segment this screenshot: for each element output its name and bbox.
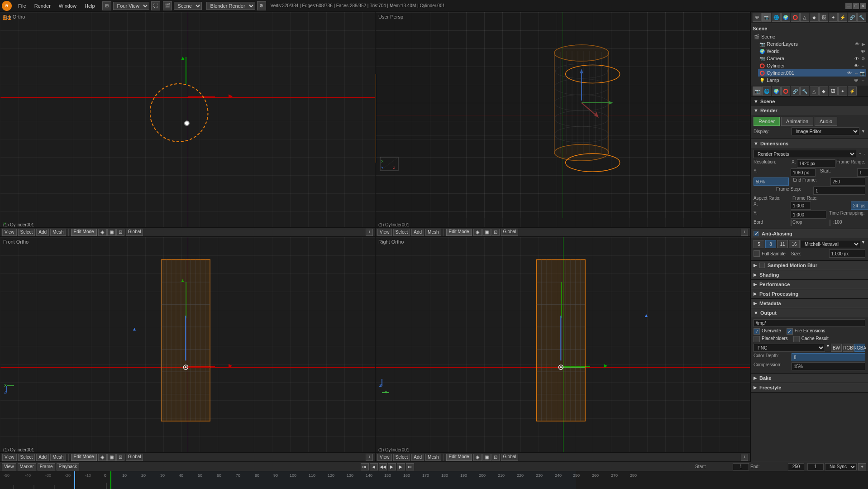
current-frame-field[interactable] xyxy=(807,463,824,470)
aa-header[interactable]: ✓ Anti-Aliasing xyxy=(751,229,868,238)
rp-world-icon[interactable]: 🌍 xyxy=(781,13,790,22)
global-br[interactable]: Global xyxy=(501,454,519,461)
texture-props-icon[interactable]: 🖼 xyxy=(829,86,838,96)
rp-constraints-icon[interactable]: 🔗 xyxy=(848,13,857,22)
audio-button[interactable]: Audio xyxy=(815,117,837,126)
physics-props-icon[interactable]: ⚡ xyxy=(848,86,857,96)
tl-view-btn[interactable]: View xyxy=(2,463,16,470)
particles-props-icon[interactable]: ✦ xyxy=(838,86,847,96)
bw-btn[interactable]: BW xyxy=(831,344,842,352)
draw-mode-btn-tr[interactable]: ◉ xyxy=(473,229,482,236)
fullscreen-icon[interactable]: ⛶ xyxy=(151,1,160,10)
render-props-icon[interactable]: 📷 xyxy=(753,86,762,96)
format-dropdown[interactable]: ▼ xyxy=(826,344,830,352)
add-btn-tr[interactable]: Add xyxy=(411,229,424,236)
eye-renderlayers[interactable]: 👁 xyxy=(855,42,859,47)
cache-result-checkbox[interactable] xyxy=(793,336,800,342)
metadata-expand[interactable]: ▶ xyxy=(754,301,757,306)
eye-camera[interactable]: 👁 xyxy=(854,56,859,61)
mode-br[interactable]: Edit Mode xyxy=(446,454,472,461)
viewport-top-left[interactable]: ▲ ▶ Y Top Ortho ⊞1 (1) Cylinder001 View … xyxy=(0,12,375,237)
scene-icon[interactable]: 🎬 xyxy=(163,1,172,10)
full-sample-checkbox[interactable] xyxy=(754,250,760,257)
render-section-header[interactable]: ▼ Render xyxy=(751,106,868,115)
mesh-btn-tr[interactable]: Mesh xyxy=(425,229,441,236)
engine-settings-icon[interactable]: ⚙ xyxy=(257,1,266,10)
scene-section-header[interactable]: ▼ Scene xyxy=(751,97,868,106)
freestyle-header[interactable]: ▶ Freestyle xyxy=(751,383,868,392)
draw-mode-btn-br[interactable]: ◉ xyxy=(473,454,482,461)
draw-mode-btn-bl[interactable]: ◉ xyxy=(98,454,107,461)
view-btn-tl[interactable]: View xyxy=(2,229,17,236)
rgb-btn[interactable]: RGB xyxy=(843,344,854,352)
color-depth-input[interactable] xyxy=(792,353,865,361)
aa-8[interactable]: 8 xyxy=(765,240,776,248)
output-header[interactable]: ▼ Output xyxy=(751,308,868,317)
menu-render[interactable]: Render xyxy=(31,2,54,10)
rp-texture-icon[interactable]: 🖼 xyxy=(819,13,828,22)
material-props-icon[interactable]: ◆ xyxy=(819,86,828,96)
menu-window[interactable]: Window xyxy=(55,2,80,10)
skip-end-btn[interactable]: ⏭ xyxy=(406,463,414,470)
eye-cylinder[interactable]: 👁 xyxy=(854,63,858,68)
mesh-btn-bl[interactable]: Mesh xyxy=(50,454,66,461)
performance-header[interactable]: ▶ Performance xyxy=(751,280,868,289)
resolution-pct[interactable] xyxy=(754,177,789,186)
tree-item-world[interactable]: 🌍 World 👁 xyxy=(758,48,866,55)
solid-btn[interactable]: ▣ xyxy=(107,229,116,236)
constraints-props-icon[interactable]: 🔗 xyxy=(791,86,800,96)
select-btn-tl[interactable]: Select xyxy=(18,229,35,236)
rp-scene-icon[interactable]: 🌐 xyxy=(772,13,781,22)
dimensions-header[interactable]: ▼ Dimensions xyxy=(751,139,868,148)
view-controls-br[interactable]: + xyxy=(741,454,748,461)
mesh-btn-br[interactable]: Mesh xyxy=(425,454,441,461)
post-processing-header[interactable]: ▶ Post Processing xyxy=(751,289,868,298)
tree-item-cylinder001[interactable]: ⭕ Cylinder.001 👁 ↔ 📷 xyxy=(758,69,866,77)
mode-tr[interactable]: Edit Mode xyxy=(446,229,472,236)
prev-frame-btn[interactable]: ◀ xyxy=(370,463,378,470)
view-btn-br[interactable]: View xyxy=(377,454,392,461)
resolution-y-input[interactable] xyxy=(791,168,816,177)
modifiers-props-icon[interactable]: 🔧 xyxy=(800,86,809,96)
restrict-cyl001[interactable]: ↔ xyxy=(854,71,858,76)
menu-help[interactable]: Help xyxy=(81,2,99,10)
select-btn-tr[interactable]: Select xyxy=(393,229,410,236)
aa-filter-select[interactable]: Mitchell-Netravali xyxy=(801,240,860,248)
aspect-x[interactable] xyxy=(791,201,811,210)
menu-file[interactable]: File xyxy=(14,2,30,10)
rp-physics-icon[interactable]: ⚡ xyxy=(838,13,847,22)
solid-btn-br[interactable]: ▣ xyxy=(482,454,491,461)
view-btn-tr[interactable]: View xyxy=(377,229,392,236)
win-maximize[interactable]: □ xyxy=(853,3,859,9)
animation-button[interactable]: Animation xyxy=(781,117,813,126)
data-props-icon[interactable]: △ xyxy=(810,86,819,96)
restrict-lamp[interactable]: ↔ xyxy=(861,78,865,83)
end-field[interactable] xyxy=(788,463,804,470)
start-frame[interactable] xyxy=(857,168,868,177)
motion-blur-expand[interactable]: ▶ xyxy=(754,263,757,268)
overwrite-checkbox[interactable]: ✓ xyxy=(754,328,760,335)
presets-minus[interactable]: - xyxy=(864,152,865,156)
eye-cylinder001[interactable]: 👁 xyxy=(847,71,852,76)
layout-icon[interactable]: ⊞ xyxy=(102,1,111,10)
render-cyl001[interactable]: 📷 xyxy=(860,71,865,76)
rp-particles-icon[interactable]: ✦ xyxy=(829,13,838,22)
tl-extra-btn[interactable]: + xyxy=(858,463,866,470)
draw-mode-btn[interactable]: ◉ xyxy=(98,229,107,236)
format-select[interactable]: PNG xyxy=(754,344,825,352)
render-button[interactable]: Render xyxy=(754,117,780,126)
frame-step[interactable] xyxy=(813,187,865,195)
aa-filter-dropdown[interactable]: ▼ xyxy=(861,240,865,248)
compression-input[interactable] xyxy=(792,362,865,370)
mode-bl[interactable]: Edit Mode xyxy=(71,454,97,461)
viewport-bottom-right[interactable]: ▶ xyxy=(375,237,750,462)
add-btn-br[interactable]: Add xyxy=(411,454,424,461)
layout-select[interactable]: Four View xyxy=(113,2,149,10)
tree-item-renderlayers[interactable]: 📷 RenderLayers 👁 ▶ xyxy=(758,40,866,48)
shading-header[interactable]: ▶ Shading xyxy=(751,270,868,279)
file-extensions-checkbox[interactable]: ✓ xyxy=(787,328,793,335)
metadata-header[interactable]: ▶ Metadata xyxy=(751,299,868,308)
wire-btn-tr[interactable]: ⊡ xyxy=(491,229,500,236)
freestyle-expand[interactable]: ▶ xyxy=(754,385,757,390)
aa-11[interactable]: 11 xyxy=(777,240,788,248)
